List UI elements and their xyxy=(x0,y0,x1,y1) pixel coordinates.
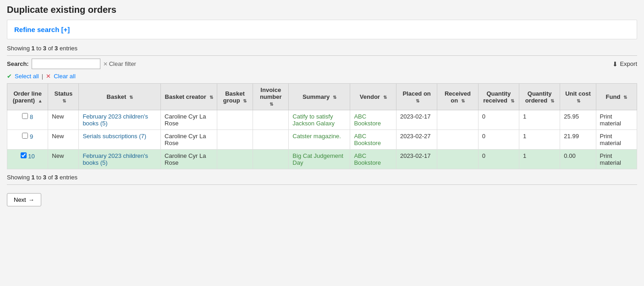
col-header-basket[interactable]: Basket ⇅ xyxy=(79,84,161,110)
orders-table: Order line (parent) ▲ Status ⇅ Basket ⇅ … xyxy=(7,83,637,169)
sort-arrow-received-on: ⇅ xyxy=(461,98,465,103)
table-row: 8 New February 2023 children's books (5)… xyxy=(7,110,637,130)
summary-cell-2: Big Cat Judgement Day xyxy=(289,150,350,169)
sort-arrow-basket-creator: ⇅ xyxy=(209,95,213,100)
col-header-status[interactable]: Status ⇅ xyxy=(48,84,79,110)
sort-arrow-basket: ⇅ xyxy=(129,95,133,100)
refine-toggle[interactable]: [+] xyxy=(61,26,70,33)
col-header-vendor[interactable]: Vendor ⇅ xyxy=(350,84,396,110)
basket-group-cell-0 xyxy=(217,110,253,130)
fund-cell-0: Print material xyxy=(596,110,637,130)
summary-link-1[interactable]: Catster magazine. xyxy=(292,133,341,140)
page-title: Duplicate existing orders xyxy=(7,5,637,15)
row-checkbox-2[interactable] xyxy=(21,152,27,158)
vendor-cell-1: ABC Bookstore xyxy=(350,130,396,150)
export-button[interactable]: ⬇ Export xyxy=(612,60,637,68)
qty-received-cell-1: 0 xyxy=(478,130,519,150)
vendor-link-0[interactable]: ABC Bookstore xyxy=(354,113,381,127)
refine-search-box: Refine search [+] xyxy=(7,20,637,39)
checkbox-cell-2[interactable]: 10 xyxy=(7,150,48,169)
order-line-link-0[interactable]: 8 xyxy=(30,113,33,120)
export-area: ⬇ Export xyxy=(612,60,637,68)
col-header-order-line[interactable]: Order line (parent) ▲ xyxy=(7,84,48,110)
col-header-placed-on[interactable]: Placed on ⇅ xyxy=(396,84,437,110)
col-header-unit-cost[interactable]: Unit cost ⇅ xyxy=(560,84,596,110)
next-button[interactable]: Next → xyxy=(7,193,41,206)
vendor-cell-0: ABC Bookstore xyxy=(350,110,396,130)
sort-arrow-fund: ⇅ xyxy=(623,95,627,100)
col-header-invoice[interactable]: Invoice number ⇅ xyxy=(253,84,289,110)
search-input[interactable] xyxy=(32,59,100,69)
divider-bottom xyxy=(7,184,637,185)
placed-on-cell-0: 2023-02-17 xyxy=(396,110,437,130)
basket-creator-cell-2: Caroline Cyr La Rose xyxy=(161,150,217,169)
showing-top: Showing 1 to 3 of 3 entries xyxy=(7,45,637,52)
bottom-section: Showing 1 to 3 of 3 entries Next → xyxy=(7,174,637,206)
basket-creator-cell-1: Caroline Cyr La Rose xyxy=(161,130,217,150)
clear-icon: ✕ xyxy=(46,73,51,80)
basket-group-cell-2 xyxy=(217,150,253,169)
basket-link-1[interactable]: Serials subscriptions (7) xyxy=(83,133,146,140)
clear-filter-button[interactable]: ✕ Clear filter xyxy=(103,60,136,67)
qty-received-cell-0: 0 xyxy=(478,110,519,130)
order-line-link-2[interactable]: 10 xyxy=(28,153,34,160)
row-checkbox-0[interactable] xyxy=(22,113,28,119)
summary-cell-0: Catify to satisfy Jackson Galaxy xyxy=(289,110,350,130)
basket-cell-2: February 2023 children's books (5) xyxy=(79,150,161,169)
row-checkbox-1[interactable] xyxy=(22,133,28,139)
col-header-basket-creator[interactable]: Basket creator ⇅ xyxy=(161,84,217,110)
col-header-basket-group[interactable]: Basket group ⇅ xyxy=(217,84,253,110)
summary-link-2[interactable]: Big Cat Judgement Day xyxy=(292,152,343,166)
checkbox-cell-0[interactable]: 8 xyxy=(7,110,48,130)
received-on-cell-2 xyxy=(437,150,478,169)
status-cell-0: New xyxy=(48,110,79,130)
summary-cell-1: Catster magazine. xyxy=(289,130,350,150)
invoice-cell-2 xyxy=(253,150,289,169)
col-header-fund[interactable]: Fund ⇅ xyxy=(596,84,637,110)
col-header-received-on[interactable]: Received on ⇅ xyxy=(437,84,478,110)
col-header-qty-received[interactable]: Quantity received ⇅ xyxy=(478,84,519,110)
col-header-summary[interactable]: Summary ⇅ xyxy=(289,84,350,110)
basket-link-0[interactable]: February 2023 children's books (5) xyxy=(83,113,148,127)
qty-ordered-cell-0: 1 xyxy=(519,110,560,130)
download-icon: ⬇ xyxy=(612,60,618,68)
search-label: Search: xyxy=(7,60,29,67)
unit-cost-cell-2: 0.00 xyxy=(560,150,596,169)
checkbox-cell-1[interactable]: 9 xyxy=(7,130,48,150)
divider-top xyxy=(7,55,637,56)
sort-arrow-placed: ⇅ xyxy=(416,98,419,103)
sort-arrow-invoice: ⇅ xyxy=(270,102,273,107)
table-row: 10 New February 2023 children's books (5… xyxy=(7,150,637,169)
status-cell-1: New xyxy=(48,130,79,150)
qty-ordered-cell-1: 1 xyxy=(519,130,560,150)
search-row: Search: ✕ Clear filter ⬇ Export xyxy=(7,59,637,69)
invoice-cell-1 xyxy=(253,130,289,150)
select-all-link[interactable]: Select all xyxy=(15,73,39,80)
col-header-qty-ordered[interactable]: Quantity ordered ⇅ xyxy=(519,84,560,110)
vendor-link-1[interactable]: ABC Bookstore xyxy=(354,133,381,146)
basket-cell-1: Serials subscriptions (7) xyxy=(79,130,161,150)
invoice-cell-0 xyxy=(253,110,289,130)
page-wrapper: Duplicate existing orders Refine search … xyxy=(0,0,644,286)
fund-cell-1: Print material xyxy=(596,130,637,150)
placed-on-cell-1: 2023-02-27 xyxy=(396,130,437,150)
summary-link-0[interactable]: Catify to satisfy Jackson Galaxy xyxy=(292,113,335,127)
sort-arrow-qty-received: ⇅ xyxy=(511,98,514,103)
received-on-cell-0 xyxy=(437,110,478,130)
basket-creator-cell-0: Caroline Cyr La Rose xyxy=(161,110,217,130)
qty-received-cell-2: 0 xyxy=(478,150,519,169)
table-row: 9 New Serials subscriptions (7) Caroline… xyxy=(7,130,637,150)
order-line-link-1[interactable]: 9 xyxy=(30,133,33,140)
received-on-cell-1 xyxy=(437,130,478,150)
clear-all-link[interactable]: Clear all xyxy=(54,73,76,80)
x-icon: ✕ xyxy=(103,61,108,67)
refine-title: Refine search [+] xyxy=(14,26,70,33)
basket-link-2[interactable]: February 2023 children's books (5) xyxy=(83,152,148,166)
sort-arrow-unit-cost: ⇅ xyxy=(577,98,580,103)
select-row: ✔ Select all | ✕ Clear all xyxy=(7,73,637,80)
check-icon: ✔ xyxy=(7,73,12,80)
vendor-link-2[interactable]: ABC Bookstore xyxy=(354,152,381,166)
table-body: 8 New February 2023 children's books (5)… xyxy=(7,110,637,169)
qty-ordered-cell-2: 1 xyxy=(519,150,560,169)
sort-arrow-qty-ordered: ⇅ xyxy=(550,98,554,103)
